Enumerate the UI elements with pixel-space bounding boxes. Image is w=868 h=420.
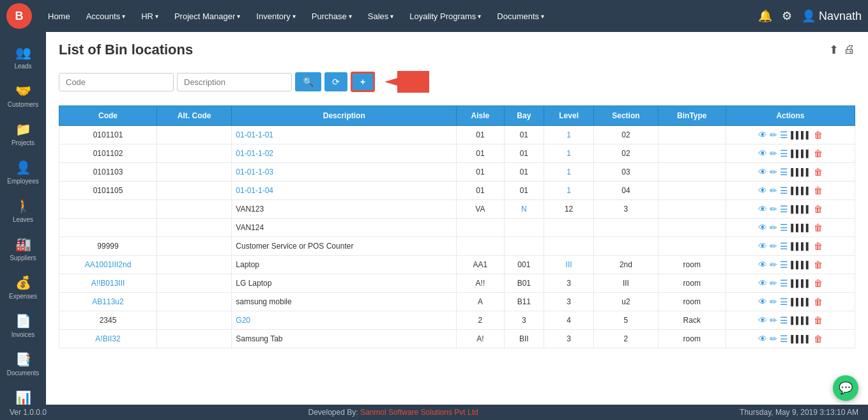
delete-icon[interactable]: 🗑 [814,315,823,325]
barcode-icon[interactable]: ▌▌▌▌ [791,224,811,231]
list-icon[interactable]: ☰ [780,148,788,159]
delete-icon[interactable]: 🗑 [814,222,823,233]
list-icon[interactable]: ☰ [780,260,788,270]
list-icon[interactable]: ☰ [780,334,788,344]
sidebar-item-leaves[interactable]: 🚶 Leaves [0,192,46,230]
view-icon[interactable]: 👁 [758,241,767,251]
delete-icon[interactable]: 🗑 [814,260,823,270]
sidebar-item-customers[interactable]: 🤝 Customers [0,77,46,115]
nav-documents[interactable]: Documents ▾ [491,8,551,24]
user-profile[interactable]: 👤 Navnath [802,9,862,23]
nav-project-manager[interactable]: Project Manager ▾ [168,8,247,24]
barcode-icon[interactable]: ▌▌▌▌ [791,150,811,157]
view-icon[interactable]: 👁 [758,204,767,214]
sidebar-item-suppliers[interactable]: 🏭 Suppliers [0,230,46,268]
barcode-icon[interactable]: ▌▌▌▌ [791,205,811,213]
sidebar-item-employees[interactable]: 👤 Employees [0,153,46,192]
delete-icon[interactable]: 🗑 [814,241,823,251]
view-icon[interactable]: 👁 [758,130,767,140]
search-button[interactable]: 🔍 [295,72,321,91]
edit-icon[interactable]: ✏ [770,260,777,270]
edit-icon[interactable]: ✏ [770,222,777,233]
list-icon[interactable]: ☰ [780,241,788,251]
edit-icon[interactable]: ✏ [770,167,777,177]
sidebar-item-reports[interactable]: 📊 Reports [0,384,46,405]
sidebar-item-leads[interactable]: 👥 Leads [0,38,46,77]
delete-icon[interactable]: 🗑 [814,297,823,307]
edit-icon[interactable]: ✏ [770,185,777,196]
settings-icon[interactable]: ⚙ [782,9,792,23]
nav-hr[interactable]: HR ▾ [135,8,165,24]
print-icon[interactable]: 🖨 [844,43,855,57]
edit-icon[interactable]: ✏ [770,334,777,344]
barcode-icon[interactable]: ▌▌▌▌ [791,316,811,324]
view-icon[interactable]: 👁 [758,148,767,159]
edit-icon[interactable]: ✏ [770,241,777,251]
list-icon[interactable]: ☰ [780,315,788,325]
barcode-icon[interactable]: ▌▌▌▌ [791,187,811,194]
barcode-icon[interactable]: ▌▌▌▌ [791,335,811,343]
nav-sales[interactable]: Sales ▾ [362,8,400,24]
sidebar-item-projects[interactable]: 📁 Projects [0,115,46,153]
edit-icon[interactable]: ✏ [770,130,777,140]
documents-icon: 📑 [15,352,31,367]
edit-icon[interactable]: ✏ [770,148,777,159]
edit-icon[interactable]: ✏ [770,297,777,307]
leaves-icon: 🚶 [15,198,31,214]
nav-home[interactable]: Home [42,8,77,24]
add-button[interactable]: + [351,72,375,92]
delete-icon[interactable]: 🗑 [814,148,823,159]
barcode-icon[interactable]: ▌▌▌▌ [791,131,811,139]
barcode-icon[interactable]: ▌▌▌▌ [791,168,811,176]
sidebar-item-documents[interactable]: 📑 Documents [0,345,46,384]
cell-description[interactable]: 01-01-1-02 [232,144,457,163]
barcode-icon[interactable]: ▌▌▌▌ [791,261,811,268]
view-icon[interactable]: 👁 [758,278,767,288]
cell-description[interactable]: G20 [232,311,457,330]
list-icon[interactable]: ☰ [780,278,788,288]
delete-icon[interactable]: 🗑 [814,204,823,214]
description-search-input[interactable] [177,73,292,91]
sidebar-item-expenses[interactable]: 💰 Expenses [0,268,46,307]
barcode-icon[interactable]: ▌▌▌▌ [791,279,811,287]
list-icon[interactable]: ☰ [780,204,788,214]
view-icon[interactable]: 👁 [758,222,767,233]
edit-icon[interactable]: ✏ [770,315,777,325]
delete-icon[interactable]: 🗑 [814,278,823,288]
delete-icon[interactable]: 🗑 [814,167,823,177]
cell-description[interactable]: 01-01-1-03 [232,163,457,182]
nav-accounts[interactable]: Accounts ▾ [80,8,132,24]
cell-description[interactable]: 01-01-1-04 [232,182,457,200]
nav-loyalty[interactable]: Loyality Programs ▾ [403,8,487,24]
cell-bintype [658,237,726,256]
nav-purchase[interactable]: Purchase ▾ [305,8,358,24]
view-icon[interactable]: 👁 [758,334,767,344]
edit-icon[interactable]: ✏ [770,204,777,214]
delete-icon[interactable]: 🗑 [814,185,823,196]
view-icon[interactable]: 👁 [758,185,767,196]
cell-description[interactable]: 01-01-1-01 [232,126,457,144]
notifications-icon[interactable]: 🔔 [758,9,772,23]
cell-section: 2nd [594,256,659,274]
cell-code [59,200,157,219]
list-icon[interactable]: ☰ [780,130,788,140]
edit-icon[interactable]: ✏ [770,278,777,288]
nav-inventory[interactable]: Inventory ▾ [250,8,301,24]
sidebar-item-invoices[interactable]: 📄 Invoices [0,307,46,345]
delete-icon[interactable]: 🗑 [814,130,823,140]
barcode-icon[interactable]: ▌▌▌▌ [791,242,811,250]
export-icon[interactable]: ⬆ [829,43,839,57]
code-search-input[interactable] [59,73,174,91]
view-icon[interactable]: 👁 [758,260,767,270]
list-icon[interactable]: ☰ [780,185,788,196]
delete-icon[interactable]: 🗑 [814,334,823,344]
list-icon[interactable]: ☰ [780,222,788,233]
list-icon[interactable]: ☰ [780,297,788,307]
view-icon[interactable]: 👁 [758,167,767,177]
list-icon[interactable]: ☰ [780,167,788,177]
chat-bubble[interactable]: 💬 [833,375,858,401]
view-icon[interactable]: 👁 [758,315,767,325]
barcode-icon[interactable]: ▌▌▌▌ [791,298,811,306]
view-icon[interactable]: 👁 [758,297,767,307]
refresh-button[interactable]: ⟳ [324,72,347,91]
